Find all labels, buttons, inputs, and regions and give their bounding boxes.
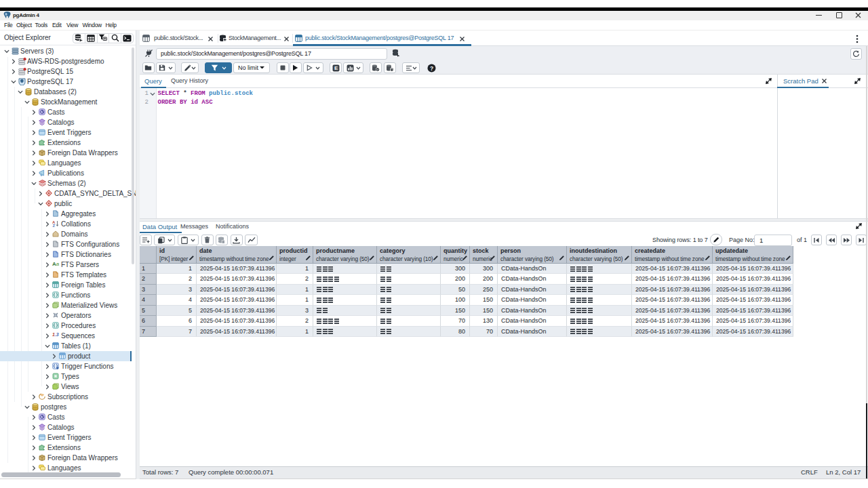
svg-text:?: ?: [430, 64, 433, 71]
svg-text:Z: Z: [52, 224, 55, 227]
svg-text:E: E: [334, 65, 338, 71]
